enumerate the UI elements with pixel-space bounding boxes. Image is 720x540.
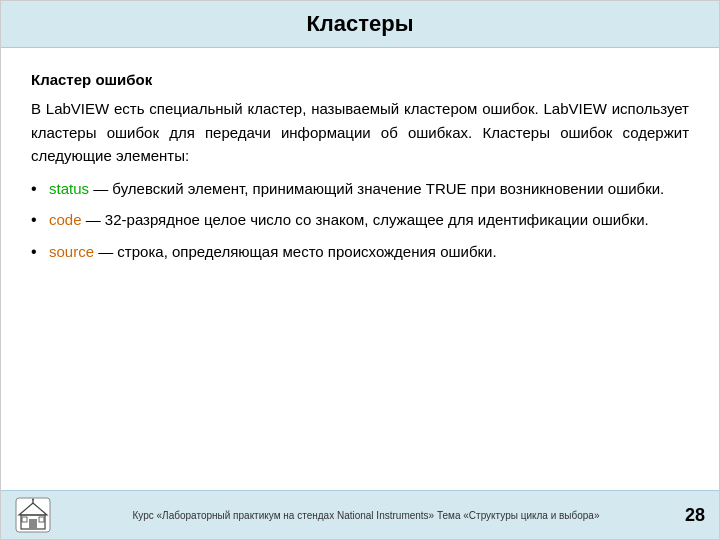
intro-paragraph: В LabVIEW есть специальный кластер, назы… [31,97,689,167]
keyword-source: source [49,243,94,260]
list-item: source — строка, определяющая место прои… [31,240,689,263]
svg-rect-3 [29,519,37,529]
footer-course-text: Курс «Лабораторный практикум на стендах … [51,510,681,521]
bullet-text-source: — строка, определяющая место происхожден… [94,243,497,260]
list-item: code — 32-разрядное целое число со знако… [31,208,689,231]
footer-logo [15,497,51,533]
keyword-status: status [49,180,89,197]
list-item: status — булевский элемент, принимающий … [31,177,689,200]
footer-text-content: Курс «Лабораторный практикум на стендах … [133,510,600,521]
slide-container: Кластеры Кластер ошибок В LabVIEW есть с… [0,0,720,540]
bullet-list: status — булевский элемент, принимающий … [31,177,689,263]
title-text: Кластеры [306,11,413,36]
bullet-text-code: — 32-разрядное целое число со знаком, сл… [82,211,649,228]
keyword-code: code [49,211,82,228]
intro-text: В LabVIEW есть специальный кластер, назы… [31,100,689,164]
svg-point-7 [32,499,34,501]
section-heading: Кластер ошибок [31,68,689,91]
slide-title: Кластеры [1,1,719,48]
page-number-text: 28 [685,505,705,525]
bullet-text-status: — булевский элемент, принимающий значени… [89,180,664,197]
section-heading-text: Кластер ошибок [31,71,152,88]
slide-content: Кластер ошибок В LabVIEW есть специальны… [1,48,719,490]
footer-page-number: 28 [681,505,705,526]
slide-footer: Курс «Лабораторный практикум на стендах … [1,490,719,539]
